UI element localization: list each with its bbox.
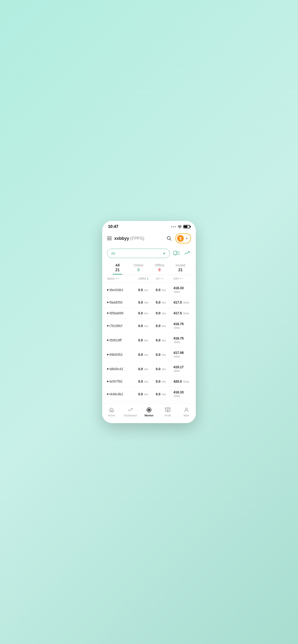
worker-24h: 418.75 GH/s bbox=[174, 322, 191, 330]
tab-invalid-count: 21 bbox=[170, 268, 191, 272]
worker-name: tdb00c42 bbox=[107, 367, 138, 371]
signal-dot-3 bbox=[175, 226, 176, 227]
worker-24h: 417.5 GH/s bbox=[174, 300, 191, 304]
worker-24h: 417.08 GH/s bbox=[174, 351, 191, 358]
nav-item-profit[interactable]: Profit bbox=[158, 406, 177, 418]
header-right: ₿ ▼ bbox=[165, 233, 191, 244]
worker-name: tf4b9353 bbox=[107, 353, 138, 356]
svg-point-7 bbox=[148, 409, 150, 411]
header-left: xxbbyy (FPPS) bbox=[107, 236, 144, 241]
col-24h-header[interactable]: 24H ▲▼ bbox=[174, 277, 191, 280]
svg-point-14 bbox=[186, 408, 187, 410]
tab-all[interactable]: All 21 bbox=[107, 261, 128, 274]
worker-list: t6e41bb1 0.0 H/s 0.0 H/s 418.33 GH/s tfa… bbox=[102, 283, 196, 403]
tab-all-count: 21 bbox=[107, 268, 128, 272]
tab-all-label: All bbox=[107, 263, 128, 267]
home-nav-icon bbox=[108, 407, 115, 413]
tab-invalid-label: Invalid bbox=[170, 263, 191, 267]
crypto-selector[interactable]: ₿ ▼ bbox=[175, 233, 191, 244]
worker-1h: 0.0 H/s bbox=[156, 338, 173, 342]
worker-name: t448c4b1 bbox=[107, 392, 138, 396]
worker-row[interactable]: t7b199cf 0.0 H/s 0.0 H/s 418.75 GH/s bbox=[102, 319, 196, 333]
worker-1h: 0.0 H/s bbox=[156, 380, 173, 383]
menu-line-2 bbox=[107, 238, 112, 238]
worker-nav-icon bbox=[146, 407, 152, 413]
worker-status-dot bbox=[107, 289, 108, 290]
col-10min-header[interactable]: 10Min ▲▼ bbox=[138, 277, 156, 280]
tab-offline-label: Offline bbox=[149, 263, 170, 267]
worker-24h: 418.33 GH/s bbox=[174, 390, 191, 398]
worker-row[interactable]: t6e41bb1 0.0 H/s 0.0 H/s 418.33 GH/s bbox=[102, 283, 196, 297]
worker-10min: 0.0 H/s bbox=[138, 288, 156, 292]
chart-icon bbox=[184, 250, 190, 256]
header-plan: (FPPS) bbox=[130, 236, 144, 241]
nav-item-home[interactable]: Home bbox=[102, 406, 121, 418]
worker-1h: 0.0 H/s bbox=[156, 288, 173, 292]
worker-status-dot bbox=[107, 354, 108, 355]
nav-item-worker[interactable]: Worker bbox=[140, 406, 158, 418]
tab-offline-count: 0 bbox=[149, 268, 170, 272]
filter-label: All bbox=[111, 251, 115, 256]
tab-online[interactable]: Online 0 bbox=[128, 261, 149, 274]
name-sort-icon: ▲▼ bbox=[115, 278, 119, 280]
profit-nav-icon bbox=[165, 407, 171, 413]
status-time: 10:47 bbox=[108, 224, 118, 229]
worker-row[interactable]: t85ba699 0.0 H/s 0.0 H/s 417.5 GH/s bbox=[102, 308, 196, 319]
tab-invalid[interactable]: Invalid 21 bbox=[170, 261, 191, 274]
svg-point-0 bbox=[180, 228, 180, 228]
tab-offline[interactable]: Offline 0 bbox=[149, 261, 170, 274]
worker-10min: 0.0 H/s bbox=[138, 380, 156, 383]
1h-sort-icon: ▲▼ bbox=[160, 278, 164, 280]
profit-nav-label: Profit bbox=[165, 414, 171, 417]
mine-nav-icon bbox=[183, 407, 190, 413]
worker-24h: 418.75 GH/s bbox=[174, 336, 191, 344]
btc-icon: ₿ bbox=[177, 235, 184, 242]
worker-row[interactable]: t448c4b1 0.0 H/s 0.0 H/s 418.33 GH/s bbox=[102, 387, 196, 401]
menu-line-1 bbox=[107, 237, 112, 237]
phone-container: 10:47 bbox=[102, 221, 196, 423]
chart-view-button[interactable] bbox=[183, 250, 191, 257]
tabs-row: All 21 Online 0 Offline 0 Invalid 21 bbox=[102, 261, 196, 275]
status-icons bbox=[171, 225, 190, 228]
worker-1h: 0.0 H/s bbox=[156, 353, 173, 356]
crypto-chevron-icon: ▼ bbox=[185, 237, 188, 240]
menu-icon[interactable] bbox=[107, 237, 112, 240]
worker-name: t6e41bb1 bbox=[107, 288, 138, 292]
filter-icons bbox=[172, 250, 191, 257]
worker-10min: 0.0 H/s bbox=[138, 311, 156, 315]
dashboard-nav-icon bbox=[127, 407, 133, 413]
worker-10min: 0.0 H/s bbox=[138, 338, 156, 342]
worker-row[interactable]: tfadd050 0.0 H/s 0.0 H/s 417.5 GH/s bbox=[102, 297, 196, 308]
worker-row[interactable]: te557f92 0.0 H/s 0.0 H/s 420.0 GH/s bbox=[102, 376, 196, 387]
tab-online-count: 0 bbox=[128, 268, 149, 272]
worker-10min: 0.0 H/s bbox=[138, 353, 156, 356]
worker-nav-label: Worker bbox=[144, 414, 154, 417]
filter-dropdown[interactable]: All ▼ bbox=[107, 249, 170, 258]
worker-name: t7b199cf bbox=[107, 324, 138, 328]
search-icon bbox=[166, 236, 172, 241]
worker-row[interactable]: t50618ff 0.0 H/s 0.0 H/s 418.75 GH/s bbox=[102, 333, 196, 348]
worker-24h: 419.17 GH/s bbox=[174, 365, 191, 372]
worker-1h: 0.0 H/s bbox=[156, 392, 173, 396]
worker-row[interactable]: tdb00c42 0.0 H/s 0.0 H/s 419.17 GH/s bbox=[102, 362, 196, 376]
device-view-button[interactable] bbox=[172, 250, 181, 257]
nav-item-dashboard[interactable]: Dashboard bbox=[121, 406, 140, 418]
worker-name: tfadd050 bbox=[107, 300, 138, 304]
worker-status-dot bbox=[107, 312, 108, 314]
tab-all-underline bbox=[113, 274, 122, 274]
col-1h-header[interactable]: 1H ▲▼ bbox=[156, 277, 173, 280]
nav-item-mine[interactable]: Mine bbox=[177, 406, 196, 418]
worker-24h: 417.5 GH/s bbox=[174, 311, 191, 315]
signal-dot-1 bbox=[171, 226, 172, 227]
worker-row[interactable]: tf4b9353 0.0 H/s 0.0 H/s 417.08 GH/s bbox=[102, 348, 196, 362]
filter-bar: All ▼ bbox=[102, 247, 196, 261]
worker-10min: 0.0 H/s bbox=[138, 324, 156, 328]
search-button[interactable] bbox=[165, 234, 173, 242]
col-name-header[interactable]: Name ▲▼ bbox=[107, 277, 138, 280]
svg-rect-4 bbox=[177, 252, 179, 255]
worker-status-dot bbox=[107, 381, 108, 382]
worker-status-dot bbox=[107, 302, 108, 303]
svg-point-13 bbox=[167, 410, 169, 411]
worker-10min: 0.0 H/s bbox=[138, 300, 156, 304]
dashboard-nav-label: Dashboard bbox=[124, 414, 137, 417]
